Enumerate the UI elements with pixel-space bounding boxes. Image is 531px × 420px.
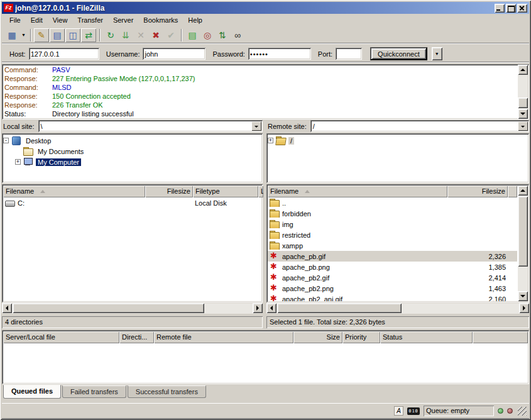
remote-vertical-scrollbar[interactable] <box>518 185 528 301</box>
file-name: forbidden <box>282 210 311 218</box>
column-header-filename[interactable]: Filename <box>3 185 145 197</box>
menu-item[interactable]: Help <box>183 15 207 26</box>
scroll-left-icon[interactable] <box>266 303 276 313</box>
menu-item[interactable]: Bookmarks <box>138 15 183 26</box>
menu-item[interactable]: Server <box>108 15 138 26</box>
scroll-up-icon[interactable] <box>518 185 528 196</box>
column-header-filename[interactable]: Filename <box>268 185 447 197</box>
queue-tab[interactable]: Queued files <box>3 385 61 399</box>
local-site-combobox[interactable]: \ <box>38 120 263 132</box>
remote-list-rows: .. forbidden img restricted <box>268 197 517 301</box>
queue-column-header[interactable]: Size <box>293 331 342 343</box>
file-row[interactable]: restricted <box>268 229 517 240</box>
maximize-button[interactable] <box>506 4 516 13</box>
file-row[interactable]: C: Local Disk <box>3 197 261 208</box>
log-scrollbar[interactable] <box>518 65 528 119</box>
scroll-thumb[interactable] <box>13 303 204 313</box>
file-row[interactable]: apache_pb2.gif 2,414 <box>268 272 517 283</box>
scroll-thumb[interactable] <box>518 97 528 108</box>
menu-item[interactable]: View <box>48 15 73 26</box>
scroll-up-icon[interactable] <box>518 65 528 75</box>
column-header-lastmodified[interactable]: L <box>258 185 263 197</box>
cancel-operation-button[interactable]: ✕ <box>133 28 148 42</box>
scroll-down-icon[interactable] <box>518 291 528 301</box>
scroll-down-icon[interactable] <box>518 109 528 119</box>
file-row[interactable]: apache_pb2_ani.gif 2,160 <box>268 294 517 301</box>
username-input[interactable] <box>143 48 205 60</box>
sort-ascending-icon <box>40 187 45 193</box>
site-manager-button[interactable]: ▦ <box>4 28 19 42</box>
remote-site-combobox[interactable]: / <box>310 120 529 132</box>
column-header-filesize[interactable]: Filesize <box>447 185 508 197</box>
queue-column-header[interactable]: Directi... <box>119 331 154 343</box>
filter-button[interactable]: ▤ <box>185 28 200 42</box>
site-manager-dropdown[interactable]: ▼ <box>19 28 28 42</box>
reconnect-button[interactable]: ✔ <box>163 28 178 42</box>
combo-dropdown-icon[interactable] <box>251 121 261 131</box>
queue-column-header[interactable]: Remote file <box>154 331 293 343</box>
file-size: 1,385 <box>447 263 508 271</box>
disconnect-button[interactable]: ✖ <box>148 28 163 42</box>
file-row[interactable]: .. <box>268 197 517 208</box>
host-input[interactable] <box>29 48 99 60</box>
file-row[interactable]: apache_pb2.png 1,463 <box>268 283 517 294</box>
menu-item[interactable]: Edit <box>26 15 48 26</box>
synchronized-browsing-button[interactable]: ⇅ <box>215 28 230 42</box>
scroll-right-icon[interactable] <box>253 303 263 313</box>
file-row[interactable]: apache_pb.png 1,385 <box>268 262 517 272</box>
tree-item[interactable]: + My Computer <box>15 157 261 167</box>
menu-item[interactable]: Transfer <box>72 15 108 26</box>
combo-dropdown-icon[interactable] <box>518 121 528 131</box>
scroll-thumb[interactable] <box>277 303 402 313</box>
file-row[interactable]: img <box>268 219 517 229</box>
local-list-rows: C: Local Disk <box>3 197 261 301</box>
tree-expander-icon[interactable]: + <box>15 159 21 165</box>
queue-column-header[interactable]: Priority <box>342 331 380 343</box>
column-header-filetype[interactable]: Filetype <box>193 185 258 197</box>
close-button[interactable] <box>517 4 527 13</box>
filezilla-window: Fz john@127.0.0.1 - FileZilla File Edit … <box>0 0 531 420</box>
queue-tab[interactable]: Successful transfers <box>128 385 206 398</box>
remote-site-bar: Remote site: / <box>266 119 529 133</box>
toggle-transfer-queue-button[interactable]: ⇄ <box>81 28 96 42</box>
tree-item[interactable]: My Documents <box>15 146 261 157</box>
local-horizontal-scrollbar[interactable] <box>2 303 263 314</box>
toggle-remote-treeview-button[interactable]: ◫ <box>65 28 80 42</box>
tree-expander-icon[interactable]: + <box>268 138 273 143</box>
tree-item[interactable]: + / <box>268 135 528 146</box>
toolbar: ▦ ▼ ✎ ▤ ◫ ⇄ ↻ ⇊ ✕ ✖ ✔ ▤ ◎ <box>2 26 529 44</box>
log-line: Command:MLSD <box>4 83 517 92</box>
queue-tab[interactable]: Failed transfers <box>62 385 126 398</box>
file-row[interactable]: forbidden <box>268 208 517 219</box>
file-row[interactable]: xampp <box>268 240 517 251</box>
queue-column-header[interactable]: Status <box>380 331 473 343</box>
process-queue-button[interactable]: ⇊ <box>118 28 133 42</box>
quickconnect-bar: Host: Username: Password: Port: Quickcon… <box>2 45 529 63</box>
password-input[interactable] <box>248 48 311 60</box>
send-activity-led-icon <box>498 408 503 414</box>
directory-comparison-button[interactable]: ◎ <box>200 28 215 42</box>
find-files-button[interactable]: ∞ <box>230 28 245 42</box>
file-size: 1,463 <box>447 285 508 292</box>
toggle-local-treeview-button[interactable]: ▤ <box>50 28 65 42</box>
column-header-filesize[interactable]: Filesize <box>145 185 193 197</box>
tree-expander-icon[interactable]: - <box>3 138 9 143</box>
quickconnect-dropdown-icon[interactable]: ▼ <box>432 47 442 60</box>
scroll-right-icon[interactable] <box>519 303 529 313</box>
queue-column-header[interactable]: Server/Local file <box>3 331 119 343</box>
port-input[interactable] <box>336 48 362 60</box>
resize-grip[interactable] <box>518 407 527 416</box>
scroll-left-icon[interactable] <box>2 303 12 313</box>
refresh-button[interactable]: ↻ <box>103 28 118 42</box>
toggle-message-log-button[interactable]: ✎ <box>34 28 49 42</box>
queue-column-header[interactable] <box>473 331 528 343</box>
tree-item[interactable]: - Desktop <box>3 135 261 146</box>
quickconnect-button[interactable]: Quickconnect <box>370 47 427 60</box>
menu-item[interactable]: File <box>4 15 26 26</box>
remote-horizontal-scrollbar[interactable] <box>266 303 529 314</box>
log-line-label: Command: <box>4 83 52 92</box>
file-row[interactable]: apache_pb.gif 2,326 <box>268 251 517 262</box>
file-size: 2,326 <box>447 253 508 260</box>
scroll-thumb[interactable] <box>518 196 528 267</box>
minimize-button[interactable] <box>495 4 505 13</box>
